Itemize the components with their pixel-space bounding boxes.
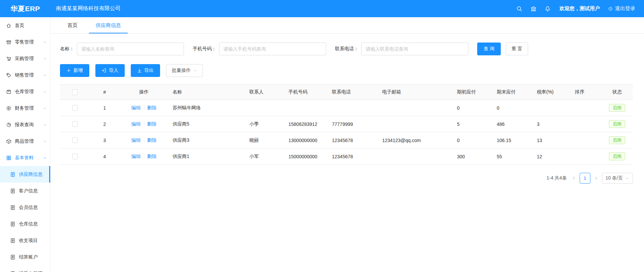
tabbar: 首页供应商信息 xyxy=(51,17,644,34)
delete-link[interactable]: 删除 xyxy=(147,105,157,110)
column-header: 税率(%) xyxy=(533,85,571,100)
telephone: 12345678 xyxy=(328,148,378,165)
sidebar-item[interactable]: 零售管理 xyxy=(0,34,50,50)
row-actions: 编辑删除 xyxy=(119,116,168,132)
sidebar-item[interactable]: 收支项目 xyxy=(0,232,50,249)
sidebar-item-label: 结算账户 xyxy=(19,254,47,260)
tel-filter-label: 联系电话： xyxy=(335,46,359,52)
doc-icon xyxy=(10,238,16,243)
mobile-number: 15806283912 xyxy=(284,116,328,132)
welcome-text: 欢迎您，测试用户 xyxy=(559,5,600,12)
search-icon[interactable] xyxy=(516,6,522,12)
reset-button[interactable]: 重 置 xyxy=(506,43,528,55)
chevron-down-icon xyxy=(43,57,47,61)
tax-rate: 13 xyxy=(533,132,571,148)
next-page-button[interactable] xyxy=(594,176,599,181)
sidebar-item[interactable]: 结算账户 xyxy=(0,249,50,265)
sidebar-item[interactable]: 采购管理 xyxy=(0,50,50,67)
tab-label: 首页 xyxy=(67,22,78,29)
sidebar-item-label: 零售管理 xyxy=(15,39,43,45)
status-badge[interactable]: 启用 xyxy=(609,153,625,161)
email xyxy=(378,100,453,116)
main-content: 首页供应商信息 名称： 手机号码： 联系电话： 查 询 重 置 新增 xyxy=(51,17,644,272)
column-header: 操作 xyxy=(119,85,168,100)
edit-link[interactable]: 编辑 xyxy=(131,121,141,127)
sidebar-item[interactable]: 仓库信息 xyxy=(0,216,50,232)
column-header: 期末应付 xyxy=(493,85,533,100)
row-checkbox[interactable] xyxy=(72,154,78,159)
export-icon xyxy=(137,68,142,73)
begin-payable: 0 xyxy=(453,132,493,148)
sidebar-item[interactable]: 仓库管理 xyxy=(0,83,50,100)
import-button[interactable]: 导入 xyxy=(95,64,125,77)
purchase-icon xyxy=(6,56,11,61)
edit-link[interactable]: 编辑 xyxy=(131,105,141,110)
delete-link[interactable]: 删除 xyxy=(147,154,157,159)
batch-button[interactable]: 批量操作 xyxy=(166,64,203,77)
tab[interactable]: 供应商信息 xyxy=(89,17,128,33)
end-payable: 55 xyxy=(493,148,533,165)
table-row: 1编辑删除苏州蜗牛网络00启用 xyxy=(60,100,633,116)
doc-icon xyxy=(10,221,16,227)
table-row: 3编辑删除供应商3晓丽13000000000123456781234123@qq… xyxy=(60,132,633,148)
edit-link[interactable]: 编辑 xyxy=(131,137,141,143)
sidebar-item[interactable]: 销售管理 xyxy=(0,67,50,83)
column-header: 电子邮箱 xyxy=(378,85,453,100)
delete-link[interactable]: 删除 xyxy=(147,121,157,127)
edit-link[interactable]: 编辑 xyxy=(131,154,141,159)
chevron-down-icon xyxy=(625,176,629,180)
logout-button[interactable]: 退出登录 xyxy=(608,5,635,12)
mobile-filter-input[interactable] xyxy=(219,43,326,55)
export-button[interactable]: 导出 xyxy=(131,64,160,77)
prev-page-button[interactable] xyxy=(572,176,576,181)
sidebar-item[interactable]: 报表查询 xyxy=(0,116,50,133)
sidebar-item[interactable]: 经手人管理 xyxy=(0,265,50,272)
batch-label: 批量操作 xyxy=(172,67,191,74)
telephone: 12345678 xyxy=(328,132,378,148)
search-button[interactable]: 查 询 xyxy=(477,43,501,55)
sidebar-item[interactable]: 客户信息 xyxy=(0,183,50,199)
tab[interactable]: 首页 xyxy=(61,17,84,33)
name-filter-input[interactable] xyxy=(77,43,184,55)
sidebar-item[interactable]: 财务管理 xyxy=(0,100,50,116)
table-wrap: #操作名称联系人手机号码联系电话电子邮箱期初应付期末应付税率(%)排序状态 1编… xyxy=(60,84,635,165)
filter-bar: 名称： 手机号码： 联系电话： 查 询 重 置 xyxy=(60,43,635,55)
row-checkbox[interactable] xyxy=(72,105,78,111)
tel-filter-input[interactable] xyxy=(361,43,468,55)
column-header: 名称 xyxy=(168,85,245,100)
end-payable: 486 xyxy=(493,116,533,132)
column-header: 联系电话 xyxy=(328,85,378,100)
add-button[interactable]: 新增 xyxy=(60,64,89,77)
sidebar-item[interactable]: 商品管理 xyxy=(0,133,50,149)
status-badge[interactable]: 启用 xyxy=(609,104,625,112)
column-header: 排序 xyxy=(571,85,601,100)
platform-icon[interactable] xyxy=(530,6,536,12)
row-checkbox[interactable] xyxy=(72,137,78,143)
row-checkbox[interactable] xyxy=(72,121,78,127)
mobile-number: 15000000000 xyxy=(284,148,328,165)
sidebar-item[interactable]: 供应商信息 xyxy=(0,166,50,183)
select-all-checkbox[interactable] xyxy=(72,89,78,95)
divider xyxy=(144,154,144,159)
doc-icon xyxy=(10,172,16,177)
page-size-select[interactable]: 10 条/页 xyxy=(602,173,633,184)
delete-link[interactable]: 删除 xyxy=(147,137,157,143)
page-size-label: 10 条/页 xyxy=(606,175,623,181)
warehouse-icon xyxy=(6,89,11,94)
row-actions: 编辑删除 xyxy=(119,148,168,165)
home-icon xyxy=(6,23,11,28)
begin-payable: 5 xyxy=(453,116,493,132)
sidebar-item[interactable]: 首页 xyxy=(0,17,50,34)
sidebar-item[interactable]: 会员信息 xyxy=(0,199,50,216)
column-header: 手机号码 xyxy=(284,85,328,100)
status-badge[interactable]: 启用 xyxy=(609,136,625,144)
sort-order xyxy=(571,100,601,116)
status-cell: 启用 xyxy=(601,132,633,148)
sidebar-item[interactable]: 基本资料 xyxy=(0,149,50,166)
bell-icon[interactable] xyxy=(545,6,551,12)
current-page[interactable]: 1 xyxy=(580,173,590,184)
sidebar-item-label: 仓库管理 xyxy=(15,89,43,95)
sidebar-menu: 首页零售管理采购管理销售管理仓库管理财务管理报表查询商品管理基本资料供应商信息客… xyxy=(0,17,50,272)
status-badge[interactable]: 启用 xyxy=(609,120,625,128)
row-index: 1 xyxy=(90,100,119,116)
